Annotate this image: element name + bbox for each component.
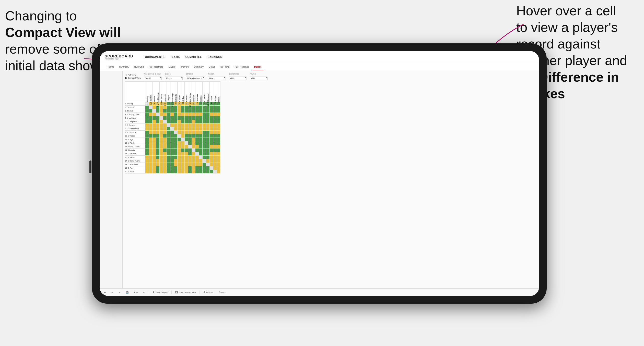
matrix-cell[interactable] <box>178 149 181 152</box>
matrix-cell[interactable] <box>181 109 185 113</box>
matrix-cell[interactable] <box>185 131 188 134</box>
matrix-cell[interactable] <box>217 113 220 116</box>
matrix-cell[interactable] <box>210 113 213 116</box>
matrix-cell[interactable] <box>192 141 195 145</box>
players-select[interactable]: (All) <box>250 77 268 80</box>
matrix-cell[interactable] <box>178 127 181 131</box>
matrix-cell[interactable] <box>178 138 181 141</box>
matrix-cell[interactable] <box>145 145 149 149</box>
matrix-cell[interactable] <box>153 145 156 149</box>
matrix-cell[interactable] <box>145 156 149 159</box>
matrix-cell[interactable] <box>174 123 178 127</box>
tab-h2h-heatmap1[interactable]: H2H Heatmap <box>146 64 166 70</box>
matrix-cell[interactable] <box>203 131 206 134</box>
matrix-cell[interactable] <box>145 141 149 145</box>
matrix-cell[interactable] <box>188 170 192 174</box>
matrix-cell[interactable] <box>145 109 149 113</box>
matrix-cell[interactable] <box>181 156 185 159</box>
matrix-cell[interactable] <box>185 149 188 152</box>
matrix-cell[interactable] <box>185 166 188 170</box>
matrix-cell[interactable] <box>185 152 188 156</box>
tab-players[interactable]: Players <box>179 64 191 70</box>
watch-button[interactable]: 👁 Watch ▾ <box>202 291 215 294</box>
matrix-cell[interactable] <box>170 109 174 113</box>
matrix-cell[interactable] <box>156 145 160 149</box>
matrix-cell[interactable] <box>217 170 220 174</box>
matrix-cell[interactable] <box>206 120 210 123</box>
matrix-cell[interactable] <box>195 163 199 166</box>
matrix-cell[interactable] <box>195 166 199 170</box>
matrix-cell[interactable] <box>170 138 174 141</box>
matrix-cell[interactable] <box>181 145 185 149</box>
share-button[interactable]: ⤴ Share <box>217 291 227 294</box>
matrix-cell[interactable] <box>163 159 167 163</box>
matrix-cell[interactable] <box>145 113 149 116</box>
matrix-cell[interactable] <box>153 149 156 152</box>
matrix-cell[interactable] <box>199 156 203 159</box>
matrix-cell[interactable] <box>145 170 149 174</box>
tab-h2h-grid1[interactable]: H2H Grid <box>132 64 146 70</box>
matrix-cell[interactable] <box>167 170 170 174</box>
matrix-cell[interactable] <box>185 109 188 113</box>
matrix-cell[interactable] <box>153 152 156 156</box>
matrix-cell[interactable] <box>163 109 167 113</box>
matrix-cell[interactable] <box>178 131 181 134</box>
conference-select[interactable]: (All) <box>229 77 247 80</box>
matrix-cell[interactable] <box>203 152 206 156</box>
matrix-cell[interactable] <box>145 152 149 156</box>
matrix-cell[interactable] <box>185 123 188 127</box>
matrix-cell[interactable] <box>163 152 167 156</box>
matrix-cell[interactable] <box>178 152 181 156</box>
matrix-cell[interactable] <box>181 141 185 145</box>
matrix-cell[interactable] <box>174 159 178 163</box>
matrix-cell[interactable] <box>199 141 203 145</box>
tab-detail[interactable]: Detail <box>206 64 217 70</box>
matrix-cell[interactable] <box>170 113 174 116</box>
matrix-cell[interactable] <box>145 127 149 131</box>
matrix-cell[interactable] <box>188 152 192 156</box>
matrix-cell[interactable] <box>178 163 181 166</box>
matrix-cell[interactable] <box>181 123 185 127</box>
matrix-cell[interactable] <box>160 141 163 145</box>
matrix-cell[interactable] <box>170 120 174 123</box>
matrix-cell[interactable] <box>213 138 217 141</box>
matrix-cell[interactable] <box>153 131 156 134</box>
matrix-cell[interactable] <box>153 141 156 145</box>
matrix-cell[interactable] <box>203 145 206 149</box>
matrix-cell[interactable] <box>188 166 192 170</box>
matrix-cell[interactable] <box>195 149 199 152</box>
matrix-cell[interactable] <box>178 134 181 138</box>
redo-button2[interactable]: ↪ <box>117 291 122 294</box>
matrix-cell[interactable] <box>167 109 170 113</box>
matrix-cell[interactable] <box>210 116 213 120</box>
matrix-cell[interactable] <box>153 163 156 166</box>
matrix-cell[interactable] <box>185 134 188 138</box>
matrix-cell[interactable] <box>195 123 199 127</box>
matrix-cell[interactable] <box>181 138 185 141</box>
matrix-cell[interactable] <box>153 134 156 138</box>
matrix-cell[interactable] <box>181 134 185 138</box>
matrix-cell[interactable] <box>188 141 192 145</box>
matrix-cell[interactable] <box>188 127 192 131</box>
matrix-cell[interactable] <box>188 163 192 166</box>
matrix-cell[interactable] <box>178 123 181 127</box>
matrix-cell[interactable] <box>181 170 185 174</box>
matrix-cell[interactable] <box>163 166 167 170</box>
matrix-cell[interactable] <box>145 134 149 138</box>
matrix-cell[interactable] <box>195 141 199 145</box>
matrix-cell[interactable] <box>170 149 174 152</box>
matrix-cell[interactable] <box>206 113 210 116</box>
matrix-cell[interactable] <box>170 152 174 156</box>
matrix-cell[interactable] <box>185 159 188 163</box>
matrix-cell[interactable] <box>160 166 163 170</box>
matrix-cell[interactable] <box>167 134 170 138</box>
matrix-cell[interactable] <box>185 156 188 159</box>
tab-matrix1[interactable]: Matrix <box>166 64 178 70</box>
matrix-cell[interactable] <box>188 138 192 141</box>
matrix-cell[interactable] <box>213 163 217 166</box>
matrix-cell[interactable] <box>192 109 195 113</box>
matrix-cell[interactable] <box>199 163 203 166</box>
tab-summary1[interactable]: Summary <box>117 64 132 70</box>
matrix-cell[interactable] <box>199 149 203 152</box>
matrix-cell[interactable] <box>195 113 199 116</box>
